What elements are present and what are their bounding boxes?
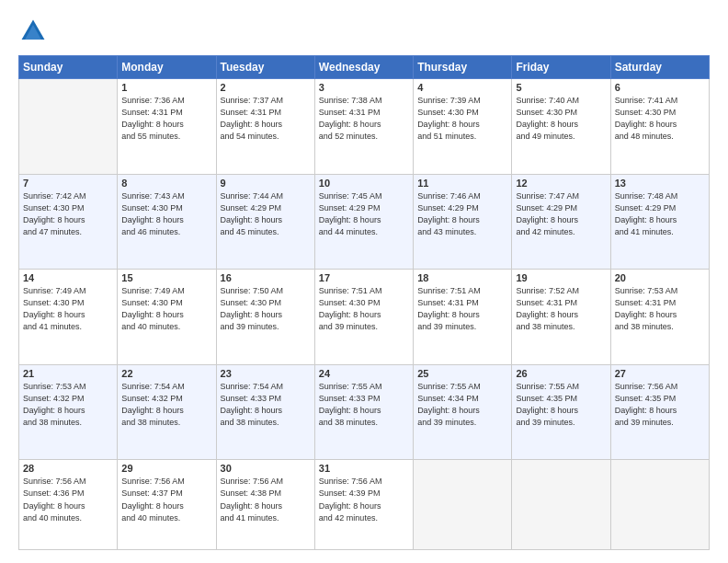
day-number: 25	[417, 368, 507, 379]
day-number: 24	[319, 368, 409, 379]
calendar-day-cell: 9Sunrise: 7:44 AM Sunset: 4:29 PM Daylig…	[216, 174, 314, 270]
day-number: 2	[221, 82, 311, 93]
day-info: Sunrise: 7:36 AM Sunset: 4:31 PM Dayligh…	[121, 95, 211, 143]
header	[18, 17, 710, 46]
day-info: Sunrise: 7:55 AM Sunset: 4:33 PM Dayligh…	[319, 381, 409, 429]
calendar-day-cell: 1Sunrise: 7:36 AM Sunset: 4:31 PM Daylig…	[118, 79, 216, 175]
calendar-day-cell: 11Sunrise: 7:46 AM Sunset: 4:29 PM Dayli…	[414, 174, 512, 270]
calendar-day-cell: 26Sunrise: 7:55 AM Sunset: 4:35 PM Dayli…	[512, 364, 610, 460]
day-info: Sunrise: 7:42 AM Sunset: 4:30 PM Dayligh…	[23, 190, 113, 238]
day-info: Sunrise: 7:53 AM Sunset: 4:32 PM Dayligh…	[23, 381, 113, 429]
day-number: 28	[23, 463, 113, 474]
day-number: 17	[319, 272, 409, 283]
calendar-header-row: SundayMondayTuesdayWednesdayThursdayFrid…	[19, 56, 710, 79]
calendar-week-row: 14Sunrise: 7:49 AM Sunset: 4:30 PM Dayli…	[19, 270, 710, 365]
day-number: 23	[221, 368, 311, 379]
calendar-week-row: 21Sunrise: 7:53 AM Sunset: 4:32 PM Dayli…	[19, 364, 710, 460]
calendar-day-cell: 12Sunrise: 7:47 AM Sunset: 4:29 PM Dayli…	[512, 174, 610, 270]
day-number: 4	[417, 82, 507, 93]
day-info: Sunrise: 7:40 AM Sunset: 4:30 PM Dayligh…	[516, 95, 606, 143]
day-info: Sunrise: 7:48 AM Sunset: 4:29 PM Dayligh…	[615, 190, 705, 238]
logo	[18, 17, 51, 46]
calendar-day-cell: 7Sunrise: 7:42 AM Sunset: 4:30 PM Daylig…	[19, 174, 118, 270]
day-number: 22	[121, 368, 211, 379]
day-info: Sunrise: 7:43 AM Sunset: 4:30 PM Dayligh…	[121, 190, 211, 238]
day-number: 29	[121, 463, 211, 474]
calendar-day-cell: 25Sunrise: 7:55 AM Sunset: 4:34 PM Dayli…	[414, 364, 512, 460]
day-info: Sunrise: 7:56 AM Sunset: 4:37 PM Dayligh…	[121, 476, 211, 523]
day-info: Sunrise: 7:55 AM Sunset: 4:34 PM Dayligh…	[417, 381, 507, 429]
day-info: Sunrise: 7:51 AM Sunset: 4:31 PM Dayligh…	[417, 285, 507, 333]
day-number: 8	[121, 178, 211, 189]
calendar-day-cell: 31Sunrise: 7:56 AM Sunset: 4:39 PM Dayli…	[314, 460, 413, 550]
calendar-day-cell: 13Sunrise: 7:48 AM Sunset: 4:29 PM Dayli…	[610, 174, 709, 270]
day-number: 3	[319, 82, 409, 93]
day-number: 14	[23, 272, 113, 283]
col-header-wednesday: Wednesday	[314, 56, 413, 79]
day-info: Sunrise: 7:56 AM Sunset: 4:36 PM Dayligh…	[23, 476, 113, 523]
calendar-day-cell: 29Sunrise: 7:56 AM Sunset: 4:37 PM Dayli…	[118, 460, 216, 550]
calendar-day-cell	[512, 460, 610, 550]
calendar-day-cell	[19, 79, 118, 175]
day-info: Sunrise: 7:46 AM Sunset: 4:29 PM Dayligh…	[417, 190, 507, 238]
day-number: 19	[516, 272, 606, 283]
calendar-week-row: 1Sunrise: 7:36 AM Sunset: 4:31 PM Daylig…	[19, 79, 710, 175]
day-number: 6	[615, 82, 705, 93]
day-info: Sunrise: 7:49 AM Sunset: 4:30 PM Dayligh…	[121, 285, 211, 333]
calendar-day-cell: 6Sunrise: 7:41 AM Sunset: 4:30 PM Daylig…	[610, 79, 709, 175]
calendar-day-cell: 4Sunrise: 7:39 AM Sunset: 4:30 PM Daylig…	[414, 79, 512, 175]
calendar-day-cell: 10Sunrise: 7:45 AM Sunset: 4:29 PM Dayli…	[314, 174, 413, 270]
day-number: 30	[221, 463, 311, 474]
day-number: 26	[516, 368, 606, 379]
calendar-day-cell: 30Sunrise: 7:56 AM Sunset: 4:38 PM Dayli…	[216, 460, 314, 550]
calendar-day-cell: 5Sunrise: 7:40 AM Sunset: 4:30 PM Daylig…	[512, 79, 610, 175]
calendar-day-cell: 23Sunrise: 7:54 AM Sunset: 4:33 PM Dayli…	[216, 364, 314, 460]
day-number: 21	[23, 368, 113, 379]
day-number: 18	[417, 272, 507, 283]
calendar-day-cell	[610, 460, 709, 550]
day-info: Sunrise: 7:54 AM Sunset: 4:32 PM Dayligh…	[121, 381, 211, 429]
calendar-day-cell: 19Sunrise: 7:52 AM Sunset: 4:31 PM Dayli…	[512, 270, 610, 365]
day-info: Sunrise: 7:44 AM Sunset: 4:29 PM Dayligh…	[221, 190, 311, 238]
col-header-sunday: Sunday	[19, 56, 118, 79]
day-info: Sunrise: 7:37 AM Sunset: 4:31 PM Dayligh…	[221, 95, 311, 143]
day-info: Sunrise: 7:50 AM Sunset: 4:30 PM Dayligh…	[221, 285, 311, 333]
day-number: 20	[615, 272, 705, 283]
day-info: Sunrise: 7:51 AM Sunset: 4:30 PM Dayligh…	[319, 285, 409, 333]
day-info: Sunrise: 7:47 AM Sunset: 4:29 PM Dayligh…	[516, 190, 606, 238]
day-info: Sunrise: 7:56 AM Sunset: 4:39 PM Dayligh…	[319, 476, 409, 523]
day-info: Sunrise: 7:54 AM Sunset: 4:33 PM Dayligh…	[221, 381, 311, 429]
calendar-day-cell: 21Sunrise: 7:53 AM Sunset: 4:32 PM Dayli…	[19, 364, 118, 460]
col-header-saturday: Saturday	[610, 56, 709, 79]
page: SundayMondayTuesdayWednesdayThursdayFrid…	[0, 0, 728, 563]
calendar-day-cell: 15Sunrise: 7:49 AM Sunset: 4:30 PM Dayli…	[118, 270, 216, 365]
calendar-day-cell: 16Sunrise: 7:50 AM Sunset: 4:30 PM Dayli…	[216, 270, 314, 365]
calendar-week-row: 7Sunrise: 7:42 AM Sunset: 4:30 PM Daylig…	[19, 174, 710, 270]
col-header-monday: Monday	[118, 56, 216, 79]
col-header-thursday: Thursday	[414, 56, 512, 79]
day-number: 31	[319, 463, 409, 474]
calendar-day-cell: 14Sunrise: 7:49 AM Sunset: 4:30 PM Dayli…	[19, 270, 118, 365]
day-info: Sunrise: 7:39 AM Sunset: 4:30 PM Dayligh…	[417, 95, 507, 143]
day-number: 10	[319, 178, 409, 189]
day-info: Sunrise: 7:56 AM Sunset: 4:38 PM Dayligh…	[221, 476, 311, 523]
col-header-tuesday: Tuesday	[216, 56, 314, 79]
calendar-day-cell: 27Sunrise: 7:56 AM Sunset: 4:35 PM Dayli…	[610, 364, 709, 460]
day-info: Sunrise: 7:56 AM Sunset: 4:35 PM Dayligh…	[615, 381, 705, 429]
day-number: 12	[516, 178, 606, 189]
day-number: 5	[516, 82, 606, 93]
calendar-day-cell: 2Sunrise: 7:37 AM Sunset: 4:31 PM Daylig…	[216, 79, 314, 175]
day-number: 9	[221, 178, 311, 189]
day-number: 13	[615, 178, 705, 189]
day-info: Sunrise: 7:53 AM Sunset: 4:31 PM Dayligh…	[615, 285, 705, 333]
day-info: Sunrise: 7:55 AM Sunset: 4:35 PM Dayligh…	[516, 381, 606, 429]
day-number: 11	[417, 178, 507, 189]
calendar-table: SundayMondayTuesdayWednesdayThursdayFrid…	[18, 55, 710, 550]
day-number: 16	[221, 272, 311, 283]
day-info: Sunrise: 7:52 AM Sunset: 4:31 PM Dayligh…	[516, 285, 606, 333]
calendar-day-cell: 20Sunrise: 7:53 AM Sunset: 4:31 PM Dayli…	[610, 270, 709, 365]
calendar-day-cell: 3Sunrise: 7:38 AM Sunset: 4:31 PM Daylig…	[314, 79, 413, 175]
calendar-day-cell: 17Sunrise: 7:51 AM Sunset: 4:30 PM Dayli…	[314, 270, 413, 365]
day-number: 15	[121, 272, 211, 283]
day-number: 7	[23, 178, 113, 189]
